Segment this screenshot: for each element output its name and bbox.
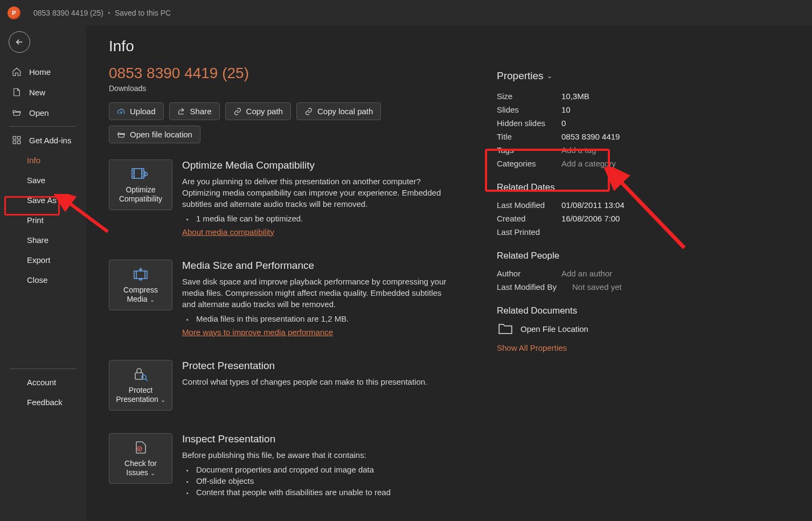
inspect-icon xyxy=(133,440,149,456)
prop-modified-key: Last Modified xyxy=(497,200,561,210)
titlebar-separator: • xyxy=(108,9,110,17)
nav-close-label: Close xyxy=(27,275,47,284)
prop-author-value[interactable]: Add an author xyxy=(561,269,612,278)
nav-export[interactable]: Export xyxy=(0,250,86,270)
nav-feedback[interactable]: Feedback xyxy=(0,392,86,412)
copy-local-path-button[interactable]: Copy local path xyxy=(296,102,381,120)
document-icon xyxy=(12,87,22,97)
prop-created-key: Created xyxy=(497,214,561,223)
compress-bullet-1: Media files in this presentation are 1,2… xyxy=(186,313,454,324)
titlebar-filename: 0853 8390 4419 (25) xyxy=(33,9,103,17)
upload-label: Upload xyxy=(130,107,156,116)
svg-point-9 xyxy=(134,176,134,177)
optimize-bullet-1: 1 media file can be optimized. xyxy=(186,213,454,224)
nav-share[interactable]: Share xyxy=(0,230,86,250)
prop-title-value: 0853 8390 4419 xyxy=(561,132,620,141)
svg-point-11 xyxy=(142,173,143,174)
copy-path-label: Copy path xyxy=(246,107,283,116)
open-file-location-label: Open file location xyxy=(130,130,192,139)
properties-dropdown[interactable]: Properties ⌄ xyxy=(497,70,680,82)
about-media-compatibility-link[interactable]: About media compatibility xyxy=(182,227,274,237)
optimize-title: Optimize Media Compatibility xyxy=(182,159,454,171)
nav-saveas[interactable]: Save As xyxy=(0,190,86,210)
folder-open-icon xyxy=(117,130,126,139)
protect-presentation-tile[interactable]: Protect Presentation⌄ xyxy=(109,360,172,411)
prop-slides-value: 10 xyxy=(561,105,571,114)
nav-saveas-label: Save As xyxy=(27,196,57,205)
copy-path-button[interactable]: Copy path xyxy=(225,102,291,120)
open-file-location-text: Open File Location xyxy=(520,324,588,334)
arrow-left-icon xyxy=(15,37,24,47)
inspect-bullet-3: Content that people with disabilities ar… xyxy=(186,487,454,498)
optimize-compatibility-tile[interactable]: Optimize Compatibility xyxy=(109,159,172,210)
nav-open-label: Open xyxy=(29,108,49,117)
nav-addins-label: Get Add-ins xyxy=(29,136,71,145)
prop-printed-key: Last Printed xyxy=(497,227,561,237)
prop-tags-value[interactable]: Add a tag xyxy=(561,145,596,155)
nav-info[interactable]: Info xyxy=(0,150,86,170)
prop-size-key: Size xyxy=(497,92,561,101)
nav-share-label: Share xyxy=(27,235,48,245)
open-file-location-button[interactable]: Open file location xyxy=(109,126,200,143)
titlebar-saved-status: Saved to this PC xyxy=(115,9,171,17)
svg-rect-1 xyxy=(18,136,20,139)
nav-save[interactable]: Save xyxy=(0,170,86,190)
svg-point-10 xyxy=(142,171,143,171)
compress-icon xyxy=(131,266,150,282)
share-label: Share xyxy=(190,107,212,116)
inspect-title: Inspect Presentation xyxy=(182,433,454,445)
improve-media-link[interactable]: More ways to improve media performance xyxy=(182,328,333,337)
nav-print[interactable]: Print xyxy=(0,210,86,230)
nav-save-label: Save xyxy=(27,176,45,185)
file-name: 0853 8390 4419 (25) xyxy=(109,65,454,82)
share-button[interactable]: Share xyxy=(169,102,220,120)
film-sound-icon xyxy=(131,166,150,182)
nav-home[interactable]: Home xyxy=(0,61,86,82)
nav-close[interactable]: Close xyxy=(0,270,86,290)
prop-modifiedby-key: Last Modified By xyxy=(497,282,572,291)
properties-panel: Properties ⌄ Size10,3MB Slides10 Hidden … xyxy=(497,38,680,509)
chevron-down-icon: ⌄ xyxy=(161,397,165,403)
page-title: Info xyxy=(109,38,454,55)
prop-slides-key: Slides xyxy=(497,105,561,114)
compress-title: Media Size and Performance xyxy=(182,260,454,272)
compress-body: Save disk space and improve playback per… xyxy=(182,276,454,310)
check-for-issues-tile[interactable]: Check for Issues⌄ xyxy=(109,433,172,484)
svg-rect-2 xyxy=(13,141,16,144)
nav-addins[interactable]: Get Add-ins xyxy=(0,130,86,150)
file-location: Downloads xyxy=(109,84,454,93)
svg-point-8 xyxy=(134,173,134,174)
nav-account[interactable]: Account xyxy=(0,372,86,392)
folder-icon xyxy=(497,322,514,336)
back-button[interactable] xyxy=(9,31,30,53)
prop-title-key: Title xyxy=(497,132,561,141)
related-people-header: Related People xyxy=(497,251,680,261)
powerpoint-logo-icon: P xyxy=(8,6,20,19)
nav-account-label: Account xyxy=(27,378,56,387)
chevron-down-icon: ⌄ xyxy=(150,296,155,303)
nav-new[interactable]: New xyxy=(0,82,86,102)
chevron-down-icon: ⌄ xyxy=(150,470,155,476)
nav-open[interactable]: Open xyxy=(0,102,86,123)
link-icon xyxy=(233,107,242,116)
show-all-properties-link[interactable]: Show All Properties xyxy=(497,343,567,352)
prop-hidden-key: Hidden slides xyxy=(497,119,561,128)
check-issues-tile-label: Check for Issues⌄ xyxy=(112,459,170,477)
prop-tags-key: Tags xyxy=(497,145,561,155)
prop-hidden-value: 0 xyxy=(561,119,566,128)
inspect-body: Before publishing this file, be aware th… xyxy=(182,449,454,461)
prop-author-key: Author xyxy=(497,269,561,278)
prop-created-value: 16/08/2006 7:00 xyxy=(561,214,620,223)
nav-export-label: Export xyxy=(27,255,50,265)
compress-media-tile[interactable]: Compress Media⌄ xyxy=(109,260,172,310)
nav-new-label: New xyxy=(29,88,45,97)
nav-home-label: Home xyxy=(29,67,51,77)
folder-open-icon xyxy=(12,108,22,117)
prop-categories-value[interactable]: Add a category xyxy=(561,159,616,168)
chevron-down-icon: ⌄ xyxy=(547,72,552,80)
optimize-body: Are you planning to deliver this present… xyxy=(182,176,454,210)
compress-tile-label: Compress Media⌄ xyxy=(112,286,170,304)
inspect-bullet-1: Document properties and cropped out imag… xyxy=(186,464,454,475)
open-file-location-link[interactable]: Open File Location xyxy=(497,322,680,336)
upload-button[interactable]: Upload xyxy=(109,102,164,120)
